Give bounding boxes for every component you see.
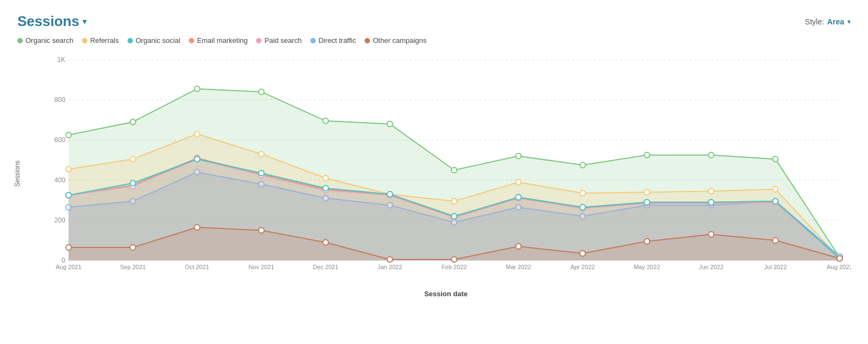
svg-point-49 [773, 187, 778, 192]
legend-label: Direct traffic [318, 36, 356, 44]
svg-point-45 [516, 180, 521, 185]
legend-dot [189, 38, 194, 43]
svg-point-95 [387, 192, 393, 197]
svg-point-90 [66, 193, 71, 198]
svg-point-26 [130, 119, 136, 125]
svg-point-35 [709, 152, 714, 158]
svg-point-115 [837, 256, 843, 261]
svg-point-105 [194, 225, 200, 230]
legend-item[interactable]: Direct traffic [310, 36, 356, 44]
svg-point-33 [580, 162, 585, 168]
svg-point-34 [644, 152, 649, 158]
title-area: Sessions ▾ [17, 13, 87, 30]
legend-dot [310, 38, 316, 43]
svg-text:800: 800 [54, 96, 65, 104]
legend-item[interactable]: Referrals [82, 36, 119, 44]
svg-text:Aug 2022: Aug 2022 [827, 264, 851, 270]
svg-point-113 [709, 232, 714, 237]
svg-text:Dec 2021: Dec 2021 [313, 264, 339, 270]
svg-text:400: 400 [54, 176, 65, 184]
svg-point-41 [259, 151, 264, 157]
svg-point-91 [130, 181, 136, 186]
svg-text:1K: 1K [58, 56, 66, 63]
legend-label: Organic search [25, 36, 73, 44]
svg-text:600: 600 [54, 136, 65, 144]
svg-point-98 [580, 205, 585, 210]
svg-point-93 [259, 170, 264, 176]
chart-container: Sessions ▾ Style: Area ▾ Organic searchR… [0, 0, 868, 344]
style-value: Area [827, 17, 844, 26]
style-label: Style: [805, 17, 824, 26]
svg-text:Oct 2021: Oct 2021 [185, 264, 209, 270]
svg-text:0: 0 [62, 257, 66, 264]
legend-item[interactable]: Email marketing [189, 36, 247, 44]
svg-text:Nov 2021: Nov 2021 [248, 264, 274, 270]
svg-text:Feb 2022: Feb 2022 [442, 264, 467, 270]
legend-dot [17, 38, 23, 43]
svg-point-42 [323, 175, 328, 181]
svg-point-108 [387, 257, 393, 262]
svg-point-101 [773, 199, 778, 204]
svg-text:Apr 2022: Apr 2022 [571, 264, 595, 270]
y-axis-label: Sessions [14, 160, 21, 187]
svg-point-47 [644, 189, 649, 195]
svg-text:Jan 2022: Jan 2022 [378, 264, 403, 270]
svg-point-30 [387, 121, 393, 126]
svg-point-44 [451, 199, 457, 204]
legend-item[interactable]: Organic social [127, 36, 180, 44]
legend-dot [82, 38, 87, 43]
svg-text:200: 200 [54, 216, 65, 224]
chart-area: 02004006008001KAug 2021Sep 2021Oct 2021N… [41, 49, 851, 288]
svg-point-103 [66, 245, 71, 250]
legend-label: Referrals [90, 36, 119, 44]
svg-point-48 [709, 188, 714, 194]
legend-dot [256, 38, 261, 43]
svg-point-107 [323, 240, 328, 245]
x-axis-label: Session date [41, 290, 851, 298]
svg-point-106 [259, 228, 264, 233]
svg-point-104 [130, 245, 136, 250]
title-chevron-icon[interactable]: ▾ [82, 16, 87, 27]
chart-svg: 02004006008001KAug 2021Sep 2021Oct 2021N… [41, 49, 851, 288]
legend-item[interactable]: Paid search [256, 36, 302, 44]
svg-point-112 [644, 239, 649, 244]
svg-point-38 [66, 167, 71, 172]
svg-point-36 [773, 156, 778, 162]
svg-point-114 [773, 238, 778, 243]
svg-point-28 [259, 89, 264, 94]
legend-label: Other campaigns [373, 36, 426, 44]
svg-point-32 [516, 154, 521, 159]
header-row: Sessions ▾ Style: Area ▾ [17, 13, 851, 30]
svg-point-40 [194, 131, 200, 137]
style-area: Style: Area ▾ [805, 17, 851, 26]
svg-text:Mar 2022: Mar 2022 [506, 264, 531, 270]
legend-dot [127, 38, 133, 43]
svg-point-96 [451, 214, 457, 219]
svg-text:Jun 2022: Jun 2022 [699, 264, 724, 270]
svg-point-97 [516, 194, 521, 200]
chart-legend: Organic searchReferralsOrganic socialEma… [17, 36, 851, 44]
svg-point-110 [516, 244, 521, 249]
svg-point-25 [66, 132, 71, 138]
svg-point-109 [451, 257, 457, 262]
legend-label: Email marketing [197, 36, 247, 44]
chart-title: Sessions [17, 13, 79, 30]
svg-point-111 [580, 251, 585, 256]
svg-point-94 [323, 186, 328, 191]
legend-item[interactable]: Other campaigns [365, 36, 426, 44]
svg-text:Sep 2021: Sep 2021 [120, 264, 145, 270]
legend-item[interactable]: Organic search [17, 36, 73, 44]
svg-text:Aug 2021: Aug 2021 [56, 264, 81, 270]
svg-point-100 [709, 200, 714, 205]
legend-dot [365, 38, 370, 43]
style-chevron-icon[interactable]: ▾ [847, 18, 851, 26]
svg-point-31 [451, 168, 457, 173]
legend-label: Organic social [136, 36, 180, 44]
svg-point-27 [194, 86, 200, 92]
svg-point-29 [323, 118, 328, 124]
svg-point-46 [580, 190, 585, 196]
svg-point-99 [644, 200, 649, 205]
svg-text:Jul 2022: Jul 2022 [764, 264, 787, 270]
svg-point-39 [130, 156, 136, 162]
svg-text:May 2022: May 2022 [634, 264, 660, 270]
